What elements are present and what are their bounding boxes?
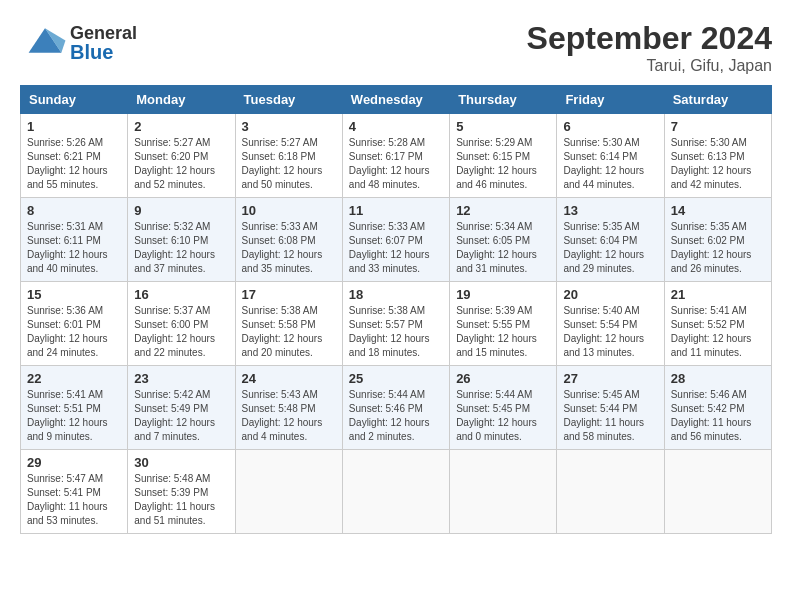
calendar-cell: 28 Sunrise: 5:46 AM Sunset: 5:42 PM Dayl…: [664, 366, 771, 450]
sunset-time: Sunset: 6:08 PM: [242, 235, 316, 246]
day-number: 14: [671, 203, 765, 218]
day-info: Sunrise: 5:39 AM Sunset: 5:55 PM Dayligh…: [456, 304, 550, 360]
day-number: 17: [242, 287, 336, 302]
sunset-time: Sunset: 5:54 PM: [563, 319, 637, 330]
daylight-hours: Daylight: 12 hours and 13 minutes.: [563, 333, 644, 358]
day-info: Sunrise: 5:44 AM Sunset: 5:45 PM Dayligh…: [456, 388, 550, 444]
sunrise-time: Sunrise: 5:48 AM: [134, 473, 210, 484]
calendar-cell: 12 Sunrise: 5:34 AM Sunset: 6:05 PM Dayl…: [450, 198, 557, 282]
day-number: 21: [671, 287, 765, 302]
sunset-time: Sunset: 6:01 PM: [27, 319, 101, 330]
sunset-time: Sunset: 6:14 PM: [563, 151, 637, 162]
daylight-hours: Daylight: 12 hours and 44 minutes.: [563, 165, 644, 190]
sunrise-time: Sunrise: 5:35 AM: [563, 221, 639, 232]
day-number: 9: [134, 203, 228, 218]
day-number: 12: [456, 203, 550, 218]
calendar-cell: 10 Sunrise: 5:33 AM Sunset: 6:08 PM Dayl…: [235, 198, 342, 282]
sunset-time: Sunset: 6:00 PM: [134, 319, 208, 330]
calendar-week-1: 1 Sunrise: 5:26 AM Sunset: 6:21 PM Dayli…: [21, 114, 772, 198]
calendar-table: SundayMondayTuesdayWednesdayThursdayFrid…: [20, 85, 772, 534]
sunset-time: Sunset: 5:57 PM: [349, 319, 423, 330]
daylight-hours: Daylight: 12 hours and 31 minutes.: [456, 249, 537, 274]
calendar-cell: 3 Sunrise: 5:27 AM Sunset: 6:18 PM Dayli…: [235, 114, 342, 198]
calendar-cell: 19 Sunrise: 5:39 AM Sunset: 5:55 PM Dayl…: [450, 282, 557, 366]
sunset-time: Sunset: 5:52 PM: [671, 319, 745, 330]
daylight-hours: Daylight: 12 hours and 46 minutes.: [456, 165, 537, 190]
day-number: 2: [134, 119, 228, 134]
sunrise-time: Sunrise: 5:45 AM: [563, 389, 639, 400]
daylight-hours: Daylight: 12 hours and 2 minutes.: [349, 417, 430, 442]
daylight-hours: Daylight: 12 hours and 52 minutes.: [134, 165, 215, 190]
day-info: Sunrise: 5:32 AM Sunset: 6:10 PM Dayligh…: [134, 220, 228, 276]
calendar-week-5: 29 Sunrise: 5:47 AM Sunset: 5:41 PM Dayl…: [21, 450, 772, 534]
daylight-hours: Daylight: 12 hours and 4 minutes.: [242, 417, 323, 442]
day-number: 26: [456, 371, 550, 386]
calendar-cell: 16 Sunrise: 5:37 AM Sunset: 6:00 PM Dayl…: [128, 282, 235, 366]
header-row: SundayMondayTuesdayWednesdayThursdayFrid…: [21, 86, 772, 114]
logo-text: General Blue: [70, 24, 137, 62]
day-number: 20: [563, 287, 657, 302]
sunset-time: Sunset: 6:17 PM: [349, 151, 423, 162]
calendar-cell: [450, 450, 557, 534]
sunrise-time: Sunrise: 5:30 AM: [671, 137, 747, 148]
daylight-hours: Daylight: 12 hours and 48 minutes.: [349, 165, 430, 190]
calendar-header: SundayMondayTuesdayWednesdayThursdayFrid…: [21, 86, 772, 114]
sunrise-time: Sunrise: 5:41 AM: [671, 305, 747, 316]
day-number: 24: [242, 371, 336, 386]
logo-icon: [20, 20, 70, 65]
page-title: September 2024: [527, 20, 772, 57]
day-number: 7: [671, 119, 765, 134]
day-number: 22: [27, 371, 121, 386]
sunrise-time: Sunrise: 5:29 AM: [456, 137, 532, 148]
sunset-time: Sunset: 5:55 PM: [456, 319, 530, 330]
sunrise-time: Sunrise: 5:39 AM: [456, 305, 532, 316]
day-number: 29: [27, 455, 121, 470]
calendar-cell: 24 Sunrise: 5:43 AM Sunset: 5:48 PM Dayl…: [235, 366, 342, 450]
sunrise-time: Sunrise: 5:31 AM: [27, 221, 103, 232]
daylight-hours: Daylight: 12 hours and 37 minutes.: [134, 249, 215, 274]
sunrise-time: Sunrise: 5:34 AM: [456, 221, 532, 232]
day-info: Sunrise: 5:41 AM Sunset: 5:52 PM Dayligh…: [671, 304, 765, 360]
sunrise-time: Sunrise: 5:40 AM: [563, 305, 639, 316]
header-day-sunday: Sunday: [21, 86, 128, 114]
title-section: September 2024 Tarui, Gifu, Japan: [527, 20, 772, 75]
sunrise-time: Sunrise: 5:42 AM: [134, 389, 210, 400]
sunrise-time: Sunrise: 5:44 AM: [349, 389, 425, 400]
sunset-time: Sunset: 6:10 PM: [134, 235, 208, 246]
sunset-time: Sunset: 6:15 PM: [456, 151, 530, 162]
calendar-week-4: 22 Sunrise: 5:41 AM Sunset: 5:51 PM Dayl…: [21, 366, 772, 450]
day-info: Sunrise: 5:48 AM Sunset: 5:39 PM Dayligh…: [134, 472, 228, 528]
day-info: Sunrise: 5:28 AM Sunset: 6:17 PM Dayligh…: [349, 136, 443, 192]
daylight-hours: Daylight: 12 hours and 35 minutes.: [242, 249, 323, 274]
calendar-cell: 20 Sunrise: 5:40 AM Sunset: 5:54 PM Dayl…: [557, 282, 664, 366]
calendar-cell: 25 Sunrise: 5:44 AM Sunset: 5:46 PM Dayl…: [342, 366, 449, 450]
day-info: Sunrise: 5:38 AM Sunset: 5:58 PM Dayligh…: [242, 304, 336, 360]
sunset-time: Sunset: 5:42 PM: [671, 403, 745, 414]
sunset-time: Sunset: 6:20 PM: [134, 151, 208, 162]
day-number: 5: [456, 119, 550, 134]
calendar-cell: 2 Sunrise: 5:27 AM Sunset: 6:20 PM Dayli…: [128, 114, 235, 198]
calendar-cell: 29 Sunrise: 5:47 AM Sunset: 5:41 PM Dayl…: [21, 450, 128, 534]
daylight-hours: Daylight: 12 hours and 20 minutes.: [242, 333, 323, 358]
sunset-time: Sunset: 6:21 PM: [27, 151, 101, 162]
day-number: 25: [349, 371, 443, 386]
sunset-time: Sunset: 5:51 PM: [27, 403, 101, 414]
sunrise-time: Sunrise: 5:35 AM: [671, 221, 747, 232]
day-info: Sunrise: 5:36 AM Sunset: 6:01 PM Dayligh…: [27, 304, 121, 360]
sunrise-time: Sunrise: 5:26 AM: [27, 137, 103, 148]
calendar-cell: 30 Sunrise: 5:48 AM Sunset: 5:39 PM Dayl…: [128, 450, 235, 534]
day-info: Sunrise: 5:26 AM Sunset: 6:21 PM Dayligh…: [27, 136, 121, 192]
sunrise-time: Sunrise: 5:27 AM: [134, 137, 210, 148]
sunset-time: Sunset: 5:45 PM: [456, 403, 530, 414]
sunrise-time: Sunrise: 5:37 AM: [134, 305, 210, 316]
calendar-cell: 27 Sunrise: 5:45 AM Sunset: 5:44 PM Dayl…: [557, 366, 664, 450]
daylight-hours: Daylight: 12 hours and 24 minutes.: [27, 333, 108, 358]
sunrise-time: Sunrise: 5:38 AM: [349, 305, 425, 316]
daylight-hours: Daylight: 12 hours and 55 minutes.: [27, 165, 108, 190]
day-info: Sunrise: 5:30 AM Sunset: 6:13 PM Dayligh…: [671, 136, 765, 192]
daylight-hours: Daylight: 11 hours and 58 minutes.: [563, 417, 644, 442]
logo-blue-text: Blue: [70, 42, 137, 62]
daylight-hours: Daylight: 12 hours and 0 minutes.: [456, 417, 537, 442]
daylight-hours: Daylight: 12 hours and 26 minutes.: [671, 249, 752, 274]
sunrise-time: Sunrise: 5:36 AM: [27, 305, 103, 316]
